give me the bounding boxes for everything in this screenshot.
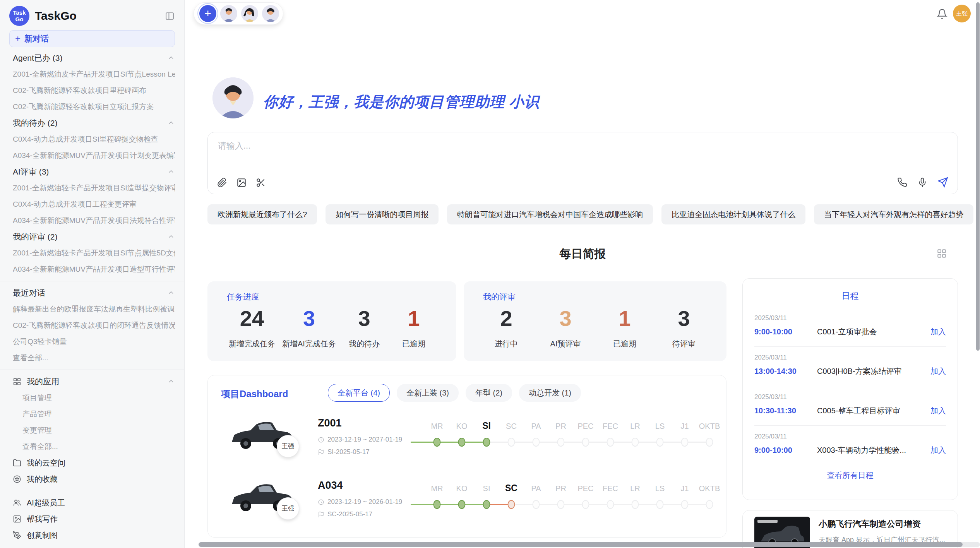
agent-avatar-1[interactable] — [220, 5, 237, 22]
join-link[interactable]: 加入 — [930, 366, 946, 377]
horizontal-scrollbar-thumb[interactable] — [199, 542, 963, 547]
sidebar-recent-item[interactable]: 公司Q3轻卡销量 — [13, 334, 175, 350]
milestone: PR — [548, 411, 573, 457]
suggestion-chip[interactable]: 特朗普可能对进口汽车增税会对中国车企造成哪些影响 — [447, 204, 653, 224]
milestone-label: PR — [548, 484, 573, 493]
sidebar-app-item[interactable]: 项目管理 — [22, 390, 175, 406]
milestone: MR — [425, 411, 449, 457]
milestone-label: KO — [449, 422, 474, 431]
dashboard-tab[interactable]: 动总开发 (1) — [519, 384, 581, 402]
sidebar-recent-item[interactable]: 解释最新出台的欧盟报废车法规再生塑料比例被调至15%... — [13, 301, 175, 317]
schedule-panel: 日程 2025/03/119:00-10:00C001-立项审批会加入2025/… — [742, 278, 958, 500]
apps-header-left: 我的应用 — [13, 376, 59, 387]
section-title: 最近对话 — [13, 288, 45, 298]
review-card-title: 我的评审 — [483, 291, 516, 302]
phone-icon[interactable] — [897, 177, 907, 187]
sidebar-link-star[interactable]: 我的收藏 — [13, 471, 175, 487]
sidebar-item[interactable]: C02-飞腾新能源轻客改款项目立项汇报方案 — [13, 99, 175, 115]
chevron-up-icon — [167, 289, 175, 297]
chat-input[interactable]: 请输入... — [207, 132, 958, 194]
sidebar-item[interactable]: Z001-全新燃油皮卡产品开发项目SI节点Lesson Learn报告 — [13, 66, 175, 82]
project-owner-avatar: 王强 — [277, 497, 299, 520]
sidebar-tool-pen[interactable]: 创意制图 — [13, 527, 175, 543]
chat-input-placeholder: 请输入... — [218, 140, 250, 152]
tool-label: 创意制图 — [27, 530, 58, 541]
milestone-node — [483, 438, 490, 447]
sidebar-link-folder[interactable]: 我的云空间 — [13, 455, 175, 471]
add-agent-button[interactable]: + — [199, 5, 216, 22]
milestone: LS — [648, 473, 672, 520]
milestone-node — [607, 500, 614, 509]
sidebar-item[interactable]: C02-飞腾新能源轻客改款项目里程碑画布 — [13, 82, 175, 99]
attachment-icon[interactable] — [217, 178, 227, 188]
milestone-node — [681, 438, 689, 447]
dashboard-tab[interactable]: 全新上装 (3) — [397, 384, 459, 402]
sidebar-section-header[interactable]: Agent已办 (3) — [13, 50, 175, 66]
sidebar-section-header[interactable]: 我的待办 (2) — [13, 115, 175, 131]
sidebar-item[interactable]: Z001-全新燃油轻卡产品开发项目SI节点属性5D文件评审 — [13, 245, 175, 261]
sidebar-app-item[interactable]: 产品管理 — [22, 406, 175, 422]
sidebar-collapse-icon[interactable] — [164, 11, 175, 21]
suggestion-chip[interactable]: 当下年轻人对汽车外观有怎样的喜好趋势 — [814, 204, 973, 224]
view-all-schedule-link[interactable]: 查看所有日程 — [754, 470, 946, 481]
scissors-icon[interactable] — [256, 178, 266, 188]
new-chat-button[interactable]: + 新对话 — [9, 30, 175, 47]
sidebar-section-header[interactable]: AI评审 (3) — [13, 164, 175, 180]
schedule-time: 13:00-14:30 — [754, 367, 812, 376]
suggestion-chip[interactable]: 如何写一份清晰的项目周报 — [326, 204, 439, 224]
sidebar-item[interactable]: A034-全新新能源MUV产品开发项目计划变更表编写 — [13, 147, 175, 164]
milestone: LR — [623, 411, 648, 457]
dashboard-tab[interactable]: 全新平台 (4) — [328, 384, 390, 402]
sidebar-tool-image[interactable]: 帮我写作 — [13, 511, 175, 527]
sidebar-recent-header[interactable]: 最近对话 — [13, 285, 175, 301]
task-progress-card: 任务进度 24新增完成任务3新增AI完成任务3我的待办1已逾期 — [207, 281, 456, 361]
send-icon[interactable] — [937, 177, 948, 188]
microphone-icon[interactable] — [917, 177, 927, 187]
sidebar-view-all[interactable]: 查看全部... — [13, 350, 175, 366]
milestone-label: SI — [474, 484, 499, 493]
project-dates: 2023-12-19 ~ 2026-01-19 — [318, 498, 402, 506]
milestone-label: MR — [425, 422, 449, 431]
sidebar: Task Go TaskGo + 新对话 Agent已办 (3)Z001-全新燃… — [0, 0, 185, 548]
schedule-item: 2025/03/119:00-10:00C001-立项审批会加入 — [754, 307, 946, 346]
sidebar-item[interactable]: C0X4-动力总成开发项目SI里程碑提交物检查 — [13, 131, 175, 147]
stat-column: 3新增AI完成任务 — [282, 307, 336, 349]
agent-avatar-2[interactable] — [241, 5, 258, 22]
stat-column: 1已逾期 — [392, 307, 435, 349]
sidebar-recent-item[interactable]: C02-飞腾新能源轻客改款项目的闭环通告反馈情况 — [13, 317, 175, 334]
dashboard-tab[interactable]: 年型 (2) — [466, 384, 512, 402]
notification-bell-icon[interactable] — [937, 9, 947, 19]
stat-value: 3 — [343, 307, 385, 330]
section-title: 我的待办 (2) — [13, 118, 58, 128]
sidebar-item[interactable]: Z001-全新燃油轻卡产品开发项目SI造型提交物评审 — [13, 180, 175, 196]
schedule-item: 2025/03/1110:30-11:30C005-整车工程目标评审加入 — [754, 386, 946, 425]
milestone-label: PEC — [573, 484, 598, 493]
agent-avatar-3[interactable] — [262, 5, 279, 22]
stat-value: 3 — [282, 307, 336, 330]
suggestion-chip[interactable]: 欧洲新规最近颁布了什么? — [207, 204, 317, 224]
join-link[interactable]: 加入 — [930, 327, 946, 337]
user-avatar[interactable]: 王强 — [953, 5, 971, 22]
milestone-label: PR — [548, 422, 573, 431]
stat-label: 我的待办 — [343, 339, 385, 349]
tool-label: 帮我写作 — [27, 514, 58, 524]
sidebar-tool-people[interactable]: AI超级员工 — [13, 495, 175, 511]
layout-grid-icon[interactable] — [937, 248, 947, 259]
suggestion-chip[interactable]: 比亚迪全固态电池计划具体说了什么 — [661, 204, 805, 224]
sidebar-view-all[interactable]: 查看全部... — [22, 438, 175, 455]
section-title: 我的评审 (2) — [13, 231, 58, 242]
sidebar-apps-header[interactable]: 我的应用 — [13, 373, 175, 390]
schedule-name: X003-车辆动力学性能验... — [817, 445, 930, 456]
join-link[interactable]: 加入 — [930, 445, 946, 456]
sidebar-section-header[interactable]: 我的评审 (2) — [13, 229, 175, 245]
sidebar-item[interactable]: A034-全新新能源MUV产品开发项目法规符合性评审 — [13, 212, 175, 229]
sidebar-app-item[interactable]: 变更管理 — [22, 422, 175, 438]
image-upload-icon[interactable] — [236, 178, 247, 188]
join-link[interactable]: 加入 — [930, 406, 946, 416]
milestone-label: J1 — [672, 422, 697, 431]
sidebar-item[interactable]: A034-全新新能源MUV产品开发项目造型可行性评审 — [13, 261, 175, 277]
sidebar-item[interactable]: C0X4-动力总成开发项目工程变更评审 — [13, 196, 175, 212]
stat-label: 新增AI完成任务 — [282, 339, 336, 349]
milestone-node — [533, 438, 540, 447]
vertical-scrollbar-thumb[interactable] — [976, 2, 980, 351]
